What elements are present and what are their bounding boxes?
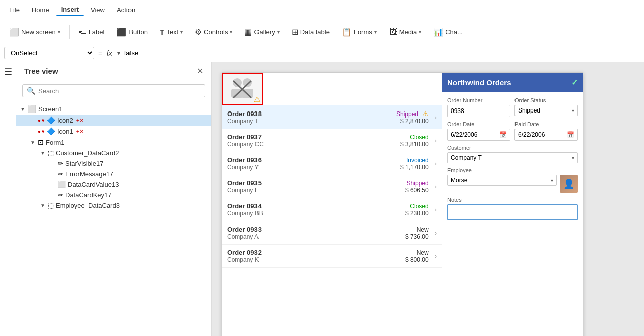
icon2-canvas-element[interactable]: ⚠ (222, 73, 263, 105)
detail-paid-date-value: 6/22/2006 (518, 131, 545, 138)
list-status-0933: New (417, 226, 429, 233)
tree-node-starvisible17[interactable]: ▶ ✏ StarVisible17 (16, 158, 211, 169)
detail-row-4: Employee Morse ▾ 👤 (447, 167, 578, 193)
new-screen-button[interactable]: ⬜ New screen ▾ (4, 25, 65, 39)
hamburger-icon: ☰ (4, 66, 12, 77)
tree-node-customer-datacard2[interactable]: ▼ ⬚ Customer_DataCard2 (16, 148, 211, 158)
icon2-dot1: ● (38, 118, 41, 123)
tree-header: Tree view ✕ (16, 62, 211, 80)
detail-customer-label: Customer (447, 145, 578, 151)
list-amount-0938: $ 2,870.00 (400, 118, 429, 125)
icon1-heart: ♥ (42, 129, 45, 134)
detail-order-status-value: Shipped (518, 107, 572, 114)
tree-node-datacardvalue13[interactable]: ▶ ⬜ DataCardValue13 (16, 179, 211, 190)
detail-employee-select[interactable]: Morse ▾ (447, 175, 557, 186)
tree-node-icon2[interactable]: ▶ ● ♥ 🔷 Icon2 + ✕ (16, 115, 211, 126)
list-item-0932[interactable]: Order 0932 Company K New $ 800.00 › (222, 245, 442, 268)
app-preview: ⚠ Order 0938 Company T Shipped ⚠ (222, 72, 583, 336)
menu-home[interactable]: Home (27, 4, 54, 16)
charts-button[interactable]: 📊 Cha... (428, 25, 468, 39)
forms-button[interactable]: 📋 Forms ▾ (337, 25, 382, 39)
datacardkey17-icon: ✏ (58, 191, 63, 199)
sidebar-toggle[interactable]: ☰ (0, 62, 16, 336)
list-chevron-0938: › (435, 114, 437, 121)
formula-property-select[interactable]: OnSelect (4, 47, 94, 59)
list-chevron-0936: › (435, 160, 437, 167)
tree-node-employee-datacard3[interactable]: ▼ ⬚ Employee_DataCard3 (16, 200, 211, 211)
tree-node-screen1[interactable]: ▼ ⬜ Screen1 (16, 103, 211, 115)
menu-bar: File Home Insert View Action (0, 0, 644, 20)
detail-employee-arrow: ▾ (551, 178, 553, 183)
tree-panel: Tree view ✕ 🔍 ▼ ⬜ Screen1 ▶ ● ♥ (16, 62, 212, 336)
tree-node-icon1[interactable]: ▶ ● ♥ 🔷 Icon1 + ✕ (16, 126, 211, 137)
list-item-0936[interactable]: Order 0936 Company Y Invoiced $ 1,170.00… (222, 152, 442, 175)
detail-field-customer: Customer Company T ▾ (447, 145, 578, 163)
controls-button[interactable]: ⚙ Controls ▾ (190, 25, 237, 39)
list-amount-0935: $ 606.50 (405, 187, 429, 194)
list-chevron-0932: › (435, 252, 437, 260)
tree-close-button[interactable]: ✕ (197, 66, 203, 76)
icon1-label: Icon1 (57, 128, 73, 135)
detail-order-status-select[interactable]: Shipped ▾ (514, 105, 578, 116)
search-icon: 🔍 (27, 87, 35, 95)
icon1-cross: ✕ (79, 128, 84, 135)
list-item-0934[interactable]: Order 0934 Company BB Closed $ 230.00 › (222, 198, 442, 221)
detail-checkmark[interactable]: ✓ (571, 78, 578, 87)
menu-file[interactable]: File (4, 4, 25, 16)
list-item-0938[interactable]: Order 0938 Company T Shipped ⚠ $ 2,870.0… (222, 105, 442, 129)
data-table-button[interactable]: ⊞ Data table (287, 25, 335, 39)
screen1-icon: ⬜ (28, 105, 36, 113)
detail-order-status-label: Order Status (514, 97, 578, 103)
menu-insert[interactable]: Insert (56, 4, 84, 16)
gallery-button[interactable]: ▦ Gallery ▾ (239, 25, 284, 39)
canvas-area: ⚠ Order 0938 Company T Shipped ⚠ (212, 62, 644, 336)
detail-notes-label: Notes (447, 197, 578, 203)
detail-order-status-arrow: ▾ (572, 108, 574, 114)
list-item-0937[interactable]: Order 0937 Company CC Closed $ 3,810.00 … (222, 129, 442, 152)
errormessage17-icon: ✏ (58, 170, 63, 178)
list-amount-0937: $ 3,810.00 (400, 141, 429, 148)
detail-order-date-input[interactable]: 6/22/2006 📅 (447, 129, 510, 141)
toolbar-sep-1 (69, 25, 70, 39)
form1-icon: ⊡ (38, 138, 44, 146)
text-chevron: ▾ (180, 29, 183, 35)
list-item-0933[interactable]: Order 0933 Company A New $ 736.00 › (222, 221, 442, 245)
icon2-cross: ✕ (79, 117, 84, 124)
detail-customer-value: Company T (451, 154, 572, 161)
button-button[interactable]: ⬛ Button (111, 25, 153, 39)
starvisible17-icon: ✏ (58, 160, 63, 167)
detail-paid-date-input[interactable]: 6/22/2006 📅 (514, 129, 578, 141)
detail-order-date-label: Order Date (447, 121, 510, 127)
menu-action[interactable]: Action (112, 4, 140, 16)
list-company-0935: Company I (227, 187, 405, 194)
formula-input[interactable] (124, 49, 640, 57)
tree-node-errormessage17[interactable]: ▶ ✏ ErrorMessage17 (16, 169, 211, 179)
tree-node-datacardkey17[interactable]: ▶ ✏ DataCardKey17 (16, 190, 211, 200)
media-button[interactable]: 🖼 Media ▾ (384, 26, 426, 39)
gallery-icon: ▦ (244, 27, 252, 37)
list-status-0935: Shipped (407, 180, 429, 187)
customer-datacard2-label: Customer_DataCard2 (56, 149, 119, 157)
employee-photo-inner: 👤 (560, 175, 578, 193)
errormessage17-label: ErrorMessage17 (65, 170, 113, 178)
employee-datacard3-icon: ⬚ (48, 202, 54, 209)
app-detail-panel: Northwind Orders ✓ Order Number Order St… (442, 73, 583, 336)
warning-triangle-icon: ⚠ (254, 95, 261, 103)
label-icon: 🏷 (79, 28, 87, 37)
detail-header: Northwind Orders ✓ (442, 73, 583, 92)
form1-arrow: ▼ (30, 140, 36, 145)
text-button[interactable]: T Text ▾ (155, 26, 188, 38)
list-item-0932-right: New $ 800.00 (405, 249, 429, 263)
tree-node-form1[interactable]: ▼ ⊡ Form1 (16, 137, 211, 148)
detail-customer-select[interactable]: Company T ▾ (447, 152, 578, 163)
app-list-panel: Order 0938 Company T Shipped ⚠ $ 2,870.0… (222, 73, 442, 336)
label-button[interactable]: 🏷 Label (74, 26, 110, 39)
svg-point-0 (233, 78, 242, 87)
search-input[interactable] (38, 87, 201, 95)
menu-view[interactable]: View (86, 4, 110, 16)
detail-notes-input[interactable] (447, 204, 578, 220)
list-item-0935[interactable]: Order 0935 Company I Shipped $ 606.50 › (222, 175, 442, 198)
detail-order-number-input[interactable] (447, 105, 510, 117)
icon2-label: Icon2 (57, 117, 73, 124)
text-icon: T (160, 28, 164, 36)
